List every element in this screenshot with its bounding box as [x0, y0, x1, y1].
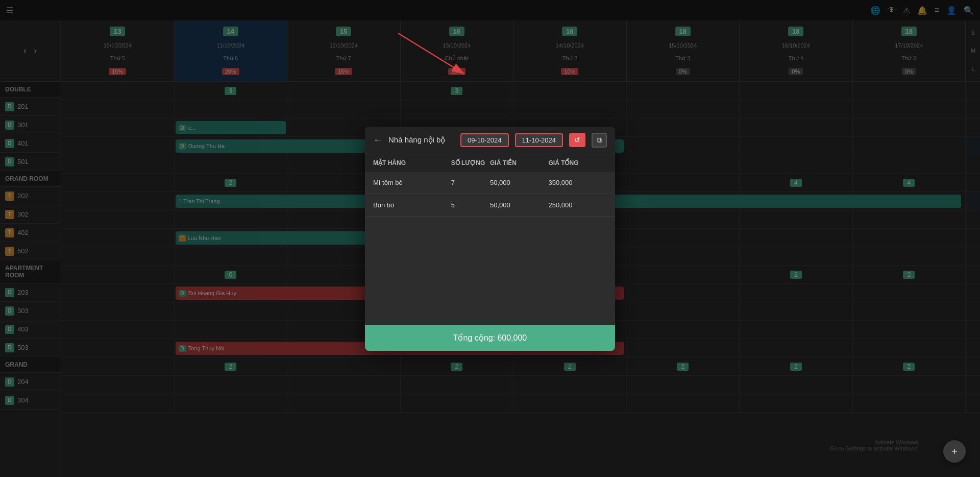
modal-copy-button[interactable]: ⧉ — [592, 133, 607, 148]
row2-qty: 5 — [451, 201, 490, 209]
modal-title: Nhà hàng nội bộ — [388, 135, 454, 145]
row1-name: Mì tôm bò — [373, 179, 451, 186]
col-header-gia-tong: GIÁ TỔNG — [549, 159, 607, 166]
modal-refresh-button[interactable]: ↺ — [569, 133, 585, 147]
table-row-2: Bún bò 5 50,000 250,000 — [365, 194, 615, 217]
row2-price: 50,000 — [490, 201, 549, 209]
col-header-mat-hang: MẶT HÀNG — [373, 159, 451, 166]
modal-table-body: Mì tôm bò 7 50,000 350,000 Bún bò 5 50,0… — [365, 172, 615, 325]
modal-overlay[interactable]: ← Nhà hàng nội bộ 09-10-2024 11-10-2024 … — [0, 0, 980, 477]
col-header-gia-tien: GIÁ TIỀN — [490, 159, 549, 166]
col-header-so-luong: SỐ LƯỢNG — [451, 159, 490, 166]
row1-qty: 7 — [451, 179, 490, 186]
row2-total: 250,000 — [549, 201, 607, 209]
row2-name: Bún bò — [373, 201, 451, 209]
table-row-1: Mì tôm bò 7 50,000 350,000 — [365, 172, 615, 194]
modal-date-from[interactable]: 09-10-2024 — [460, 133, 509, 147]
row1-total: 350,000 — [549, 179, 607, 186]
row1-price: 50,000 — [490, 179, 549, 186]
modal-table-header: MẶT HÀNG SỐ LƯỢNG GIÁ TIỀN GIÁ TỔNG — [365, 154, 615, 172]
fab-button[interactable]: + — [943, 440, 966, 463]
modal-date-to[interactable]: 11-10-2024 — [515, 133, 564, 147]
modal-back-button[interactable]: ← — [373, 135, 382, 146]
modal-footer-total[interactable]: Tổng cộng: 600,000 — [365, 325, 615, 351]
modal-header: ← Nhà hàng nội bộ 09-10-2024 11-10-2024 … — [365, 127, 615, 154]
restaurant-modal: ← Nhà hàng nội bộ 09-10-2024 11-10-2024 … — [365, 127, 615, 351]
